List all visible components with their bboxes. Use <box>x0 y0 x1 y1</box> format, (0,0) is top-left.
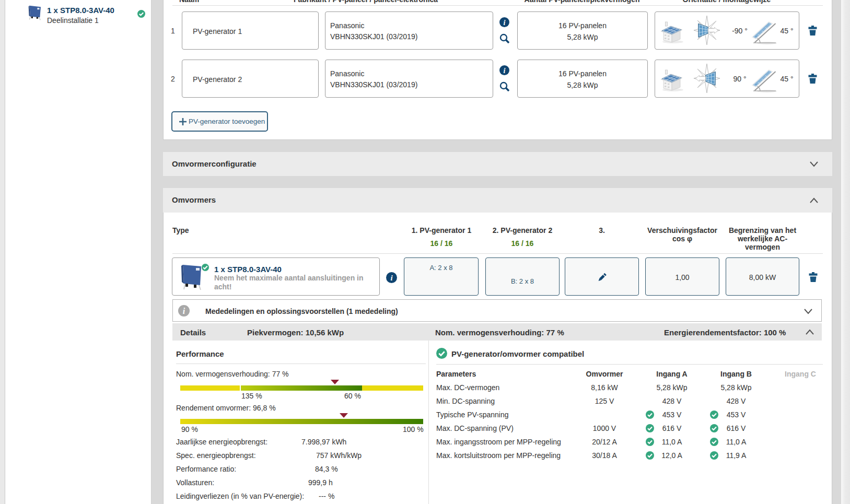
svg-text:i: i <box>504 19 506 27</box>
svg-text:i: i <box>504 67 506 75</box>
svg-text:i: i <box>183 307 185 315</box>
